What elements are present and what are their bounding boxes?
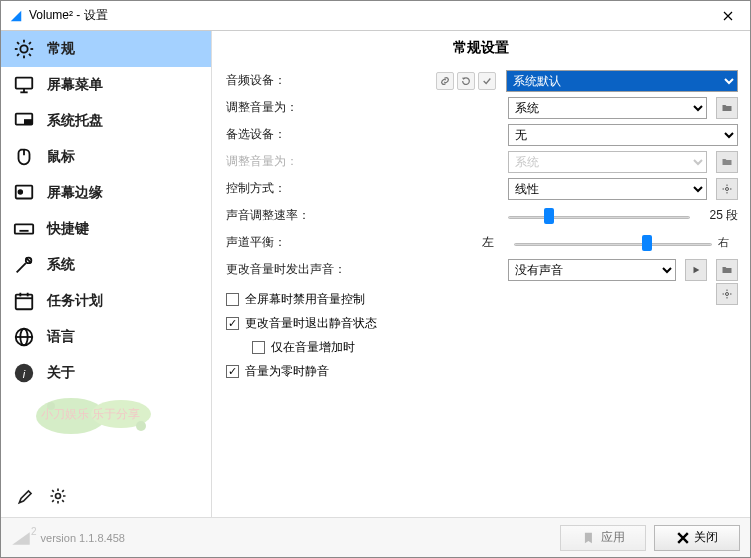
checkbox-only-increase-label: 仅在音量增加时	[271, 339, 355, 356]
sound-on-change-select[interactable]: 没有声音	[508, 259, 676, 281]
adjust-volume-select[interactable]: 系统	[508, 97, 707, 119]
svg-line-7	[29, 54, 31, 56]
check-icon[interactable]	[478, 72, 496, 90]
svg-rect-18	[15, 224, 33, 233]
version-text: version 1.1.8.458	[41, 532, 125, 544]
checkbox-zero-mute[interactable]	[226, 365, 239, 378]
svg-line-9	[17, 54, 19, 56]
globe-icon	[13, 326, 35, 348]
version-icon	[11, 531, 31, 545]
keyboard-icon	[13, 218, 35, 240]
gear-icon	[13, 38, 35, 60]
audio-device-label: 音频设备：	[226, 72, 430, 89]
balance-label: 声道平衡：	[226, 234, 430, 251]
play-icon[interactable]	[685, 259, 707, 281]
sidebar-item-edges[interactable]: 屏幕边缘	[1, 175, 211, 211]
checkbox-fullscreen-label: 全屏幕时禁用音量控制	[245, 291, 365, 308]
balance-left-label: 左	[482, 234, 508, 251]
sidebar-item-label: 关于	[47, 364, 75, 382]
svg-rect-14	[25, 120, 31, 124]
gear-icon[interactable]	[716, 178, 738, 200]
checkbox-zero-mute-label: 音量为零时静音	[245, 363, 329, 380]
sidebar-item-label: 常规	[47, 40, 75, 58]
close-button-footer[interactable]: 关闭	[654, 525, 740, 551]
adjust-volume2-label: 调整音量为：	[226, 153, 430, 170]
sidebar-item-tray[interactable]: 系统托盘	[1, 103, 211, 139]
sidebar-item-schedule[interactable]: 任务计划	[1, 283, 211, 319]
balance-right-label: 右	[718, 235, 738, 250]
sidebar-item-label: 任务计划	[47, 292, 103, 310]
svg-line-6	[17, 42, 19, 44]
svg-marker-42	[694, 266, 700, 273]
speed-slider[interactable]	[508, 206, 690, 226]
checkbox-fullscreen[interactable]	[226, 293, 239, 306]
titlebar: Volume² - 设置	[1, 1, 750, 31]
brush-tool-button[interactable]	[13, 483, 39, 509]
tools-icon	[13, 254, 35, 276]
balance-slider[interactable]	[514, 233, 712, 253]
sidebar-item-mouse[interactable]: 鼠标	[1, 139, 211, 175]
content: 常规设置 音频设备： 系统默认 调整音量为： 系统 备选设备：	[212, 31, 750, 517]
sidebar-item-label: 系统	[47, 256, 75, 274]
folder-icon[interactable]	[716, 97, 738, 119]
close-button[interactable]	[705, 1, 750, 30]
apply-button[interactable]: 应用	[560, 525, 646, 551]
sidebar-item-label: 快捷键	[47, 220, 89, 238]
refresh-icon[interactable]	[457, 72, 475, 90]
speed-label: 声音调整速率：	[226, 207, 430, 224]
svg-point-40	[56, 494, 61, 499]
alt-device-label: 备选设备：	[226, 126, 430, 143]
control-method-select[interactable]: 线性	[508, 178, 707, 200]
mouse-icon	[13, 146, 35, 168]
link-icon[interactable]	[436, 72, 454, 90]
sidebar: 常规 屏幕菜单 系统托盘 鼠标 屏幕边缘 快捷键	[1, 31, 212, 517]
gear-icon[interactable]	[716, 283, 738, 305]
info-icon: i	[13, 362, 35, 384]
gear-tool-button[interactable]	[45, 483, 71, 509]
app-icon	[9, 9, 23, 23]
window-title: Volume² - 设置	[29, 7, 705, 24]
folder-icon[interactable]	[716, 151, 738, 173]
adjust-volume-label: 调整音量为：	[226, 99, 430, 116]
sidebar-item-label: 鼠标	[47, 148, 75, 166]
svg-point-41	[726, 187, 729, 190]
control-method-label: 控制方式：	[226, 180, 430, 197]
folder-icon[interactable]	[716, 259, 738, 281]
content-header: 常规设置	[212, 31, 750, 63]
speed-unit: 段	[726, 208, 738, 222]
alt-device-select[interactable]: 无	[508, 124, 738, 146]
footer-tools	[13, 483, 71, 509]
sidebar-item-label: 系统托盘	[47, 112, 103, 130]
monitor-icon	[13, 74, 35, 96]
sidebar-item-system[interactable]: 系统	[1, 247, 211, 283]
svg-line-8	[29, 42, 31, 44]
checkbox-exit-mute-label: 更改音量时退出静音状态	[245, 315, 377, 332]
calendar-icon	[13, 290, 35, 312]
adjust-volume2-select: 系统	[508, 151, 707, 173]
svg-rect-26	[16, 295, 33, 310]
svg-rect-10	[16, 78, 33, 89]
checkbox-only-increase[interactable]	[252, 341, 265, 354]
svg-marker-44	[12, 532, 30, 545]
sidebar-item-about[interactable]: i 关于	[1, 355, 211, 391]
bottombar: 2 version 1.1.8.458 应用 关闭	[1, 517, 750, 557]
edge-icon	[13, 182, 35, 204]
sidebar-item-hotkeys[interactable]: 快捷键	[1, 211, 211, 247]
sidebar-item-label: 语言	[47, 328, 75, 346]
svg-point-17	[19, 190, 23, 194]
svg-point-43	[726, 293, 729, 296]
audio-device-select[interactable]: 系统默认	[506, 70, 738, 92]
tray-icon	[13, 110, 35, 132]
checkbox-exit-mute[interactable]	[226, 317, 239, 330]
sidebar-item-general[interactable]: 常规	[1, 31, 211, 67]
speed-value: 25	[710, 208, 723, 222]
svg-point-1	[20, 45, 27, 52]
sidebar-item-language[interactable]: 语言	[1, 319, 211, 355]
sidebar-item-label: 屏幕菜单	[47, 76, 103, 94]
sound-on-change-label: 更改音量时发出声音：	[226, 261, 430, 278]
sidebar-item-label: 屏幕边缘	[47, 184, 103, 202]
sidebar-item-osd[interactable]: 屏幕菜单	[1, 67, 211, 103]
svg-marker-0	[11, 10, 22, 21]
